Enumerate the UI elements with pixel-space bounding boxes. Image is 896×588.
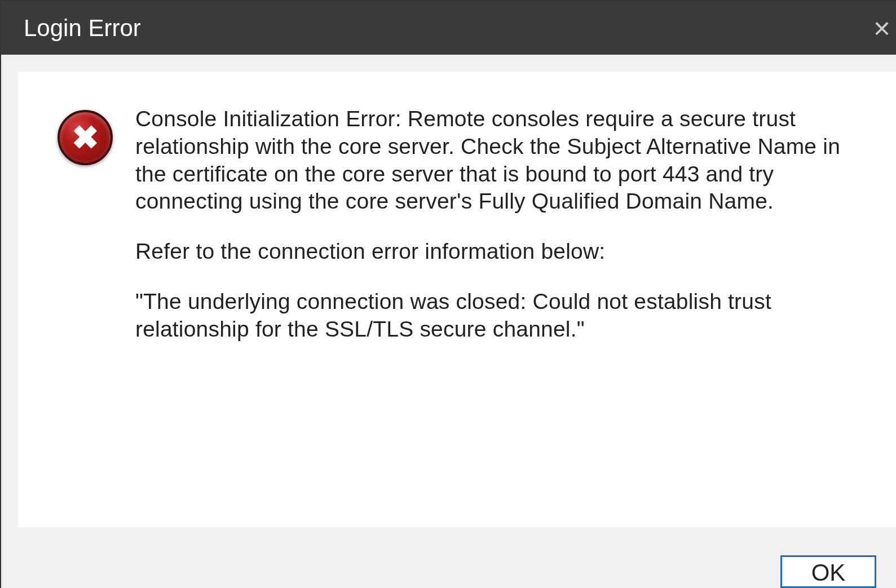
message-panel: ✖ Console Initialization Error: Remote c… <box>18 72 896 527</box>
button-row: OK <box>18 555 896 588</box>
message-text: Console Initialization Error: Remote con… <box>135 105 876 499</box>
dialog-title: Login Error <box>24 15 141 42</box>
titlebar: Login Error × <box>1 1 896 55</box>
x-icon: ✖ <box>72 121 99 154</box>
close-icon[interactable]: × <box>865 14 896 43</box>
login-error-dialog: Login Error × ✖ Console Initialization E… <box>0 0 896 588</box>
content-area: ✖ Console Initialization Error: Remote c… <box>1 55 896 588</box>
message-paragraph-2: Refer to the connection error informatio… <box>135 238 876 266</box>
error-circle-icon: ✖ <box>58 110 113 165</box>
ok-button[interactable]: OK <box>780 555 876 588</box>
error-icon: ✖ <box>58 105 113 499</box>
message-paragraph-1: Console Initialization Error: Remote con… <box>135 105 876 215</box>
message-paragraph-3: "The underlying connection was closed: C… <box>135 288 876 343</box>
